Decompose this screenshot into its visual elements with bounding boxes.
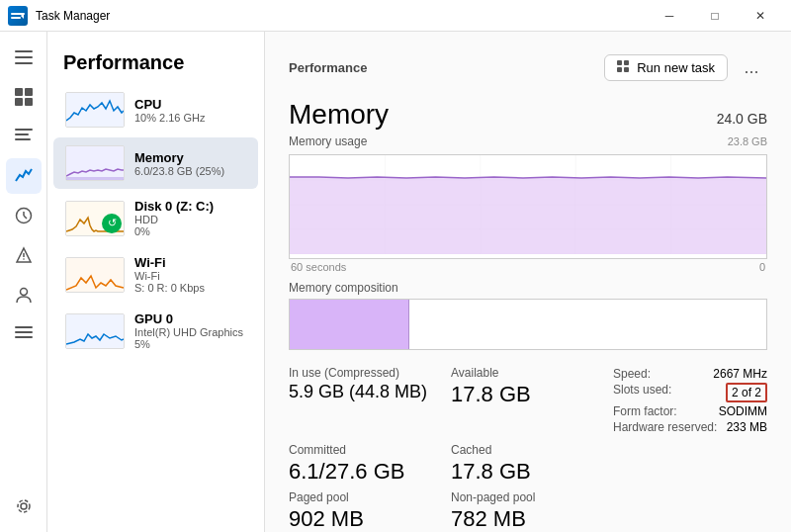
svg-point-23	[21, 503, 27, 509]
memory-total: 24.0 GB	[717, 111, 767, 127]
hw-reserved-row: Hardware reserved: 233 MB	[613, 419, 767, 435]
disk-mini-graph: ↺	[65, 201, 125, 236]
wifi-mini-graph	[65, 257, 125, 293]
more-button[interactable]: ...	[736, 51, 767, 83]
nav-hamburger[interactable]	[6, 40, 42, 75]
composition-label: Memory composition	[289, 281, 767, 295]
svg-point-19	[20, 289, 27, 296]
svg-rect-6	[25, 88, 33, 96]
nav-details[interactable]	[6, 316, 42, 352]
disk-info: Disk 0 (Z: C:) HDD0%	[134, 199, 246, 237]
hw-reserved-value: 233 MB	[727, 420, 767, 434]
svg-rect-2	[15, 50, 33, 52]
nonpaged-value: 782 MB	[451, 506, 605, 532]
wifi-detail: Wi-FiS: 0 R: 0 Kbps	[134, 270, 246, 294]
wifi-name: Wi-Fi	[134, 255, 246, 270]
run-new-task-button[interactable]: Run new task	[604, 54, 728, 81]
form-factor-value: SODIMM	[719, 404, 767, 418]
gpu-mini-graph	[65, 313, 125, 349]
cpu-detail: 10% 2.16 GHz	[134, 112, 246, 124]
window-title: Task Manager	[36, 9, 647, 23]
svg-rect-8	[25, 98, 33, 106]
run-icon	[617, 60, 631, 74]
main-header: Performance Run new task ...	[289, 51, 767, 83]
usage-secondary-label: 23.8 GB	[728, 135, 767, 147]
svg-rect-9	[15, 129, 33, 131]
cpu-mini-graph	[65, 92, 125, 128]
comp-available-bar	[409, 300, 767, 349]
run-new-task-label: Run new task	[637, 60, 715, 75]
nav-icons	[0, 32, 47, 532]
svg-point-18	[23, 258, 25, 260]
sidebar-item-gpu[interactable]: GPU 0 Intel(R) UHD Graphics5%	[53, 304, 258, 358]
svg-rect-30	[617, 60, 622, 65]
speed-label: Speed:	[613, 367, 651, 381]
form-factor-label: Form factor:	[613, 404, 677, 418]
usage-chart-container	[289, 154, 767, 259]
time-labels: 60 seconds 0	[289, 261, 767, 273]
available-label: Available	[451, 366, 605, 380]
in-use-label: In use (Compressed)	[289, 366, 443, 380]
app-icon	[8, 6, 28, 26]
stat-committed: Committed 6.1/27.6 GB	[289, 443, 443, 485]
close-button[interactable]: ✕	[738, 0, 783, 32]
slots-label: Slots used:	[613, 383, 671, 402]
stat-paged: Paged pool 902 MB	[289, 490, 443, 532]
minimize-button[interactable]: ─	[647, 0, 692, 32]
gpu-detail: Intel(R) UHD Graphics5%	[134, 326, 246, 350]
in-use-value: 5.9 GB (44.8 MB)	[289, 382, 443, 402]
sync-icon: ↺	[102, 214, 122, 233]
available-value: 17.8 GB	[451, 382, 605, 407]
stat-in-use: In use (Compressed) 5.9 GB (44.8 MB)	[289, 366, 443, 435]
disk-name: Disk 0 (Z: C:)	[134, 199, 246, 214]
memory-info: Memory 6.0/23.8 GB (25%)	[134, 150, 246, 177]
sidebar-item-disk[interactable]: ↺ Disk 0 (Z: C:) HDD0%	[53, 191, 258, 245]
svg-rect-33	[624, 67, 629, 72]
svg-line-15	[24, 216, 27, 219]
svg-rect-3	[15, 56, 33, 58]
nav-processes[interactable]	[6, 119, 42, 154]
svg-rect-32	[617, 67, 622, 72]
cpu-name: CPU	[134, 97, 246, 112]
stat-cached: Cached 17.8 GB	[451, 443, 605, 485]
sidebar-item-memory[interactable]: Memory 6.0/23.8 GB (25%)	[53, 137, 258, 189]
sidebar-item-cpu[interactable]: CPU 10% 2.16 GHz	[53, 84, 258, 135]
cached-value: 17.8 GB	[451, 459, 605, 485]
sidebar: Performance CPU 10% 2.16 GHz	[47, 32, 265, 532]
form-factor-row: Form factor: SODIMM	[613, 403, 767, 419]
titlebar: Task Manager ─ □ ✕	[0, 0, 791, 32]
memory-page-title: Memory	[289, 99, 389, 131]
svg-rect-21	[15, 331, 33, 333]
svg-rect-7	[15, 98, 23, 106]
wifi-info: Wi-Fi Wi-FiS: 0 R: 0 Kbps	[134, 255, 246, 294]
window-controls: ─ □ ✕	[647, 0, 783, 32]
nav-startup[interactable]	[6, 237, 42, 273]
nav-users[interactable]	[6, 277, 42, 312]
right-stats-container: Speed: 2667 MHz Slots used: 2 of 2 Form …	[613, 366, 767, 435]
svg-rect-5	[15, 88, 23, 96]
maximize-button[interactable]: □	[692, 0, 738, 32]
app-body: Performance CPU 10% 2.16 GHz	[0, 32, 791, 532]
paged-label: Paged pool	[289, 490, 443, 504]
nav-performance[interactable]	[6, 158, 42, 194]
committed-label: Committed	[289, 443, 443, 457]
section-title: Performance	[289, 60, 367, 75]
cached-label: Cached	[451, 443, 605, 457]
nav-history[interactable]	[6, 198, 42, 233]
time-left-label: 60 seconds	[291, 261, 346, 273]
slots-row: Slots used: 2 of 2	[613, 382, 767, 403]
disk-detail: HDD0%	[134, 214, 246, 237]
sidebar-title: Performance	[47, 40, 264, 82]
memory-name: Memory	[134, 150, 246, 165]
sidebar-item-wifi[interactable]: Wi-Fi Wi-FiS: 0 R: 0 Kbps	[53, 247, 258, 302]
nav-settings[interactable]	[6, 488, 42, 524]
svg-point-24	[18, 500, 30, 512]
gpu-info: GPU 0 Intel(R) UHD Graphics5%	[134, 311, 246, 350]
comp-in-use-bar	[290, 300, 409, 349]
nav-overview[interactable]	[6, 79, 42, 115]
time-right-label: 0	[759, 261, 765, 273]
usage-chart-svg	[290, 155, 766, 254]
svg-rect-10	[15, 133, 29, 135]
svg-rect-11	[15, 138, 31, 140]
paged-value: 902 MB	[289, 506, 443, 532]
